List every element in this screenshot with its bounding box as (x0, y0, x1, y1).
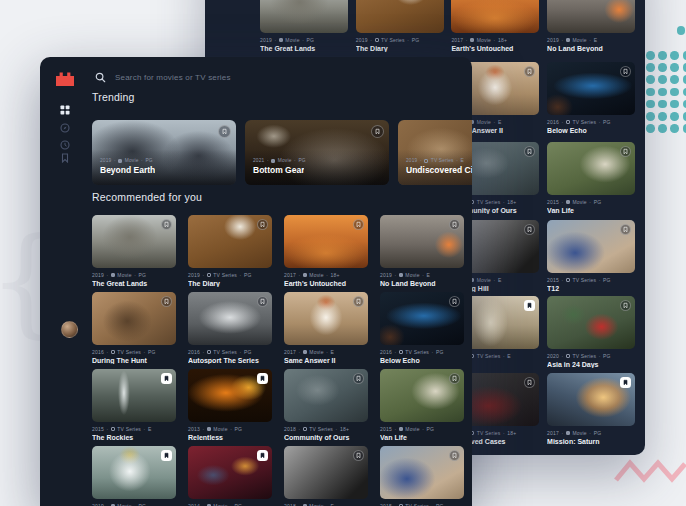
movie-title: No Land Beyond (547, 45, 635, 52)
movie-card[interactable]: 2016·TV Series·PG Below Echo (380, 292, 464, 364)
movie-thumbnail (380, 369, 464, 422)
decor-dot (683, 100, 686, 109)
movie-card[interactable]: 2015·TV Series·PG T12 (547, 220, 635, 292)
movie-card[interactable]: 2019·Movie·E No Land Beyond (547, 0, 635, 52)
decor-dot (646, 51, 655, 60)
decor-dot (683, 75, 686, 84)
movie-thumbnail (284, 446, 368, 499)
movie-thumbnail (92, 369, 176, 422)
user-avatar[interactable] (61, 321, 78, 338)
movie-thumbnail (188, 215, 272, 268)
decor-dot (683, 51, 686, 60)
movie-card[interactable]: 2015·Movie·PG Van Life (380, 369, 464, 441)
bookmark-icon[interactable] (161, 296, 172, 307)
movie-card[interactable]: 2015·Movie·PG Van Life (547, 142, 635, 214)
search-input[interactable]: Search for movies or TV series (95, 72, 231, 83)
movie-thumbnail (547, 62, 635, 115)
movie-card[interactable]: 2020·TV Series·PG Asia in 24 Days (547, 296, 635, 368)
bookmark-icon[interactable] (218, 125, 231, 138)
bookmark-icon[interactable] (353, 373, 364, 384)
bookmarks-icon[interactable] (60, 153, 70, 163)
history-icon[interactable] (60, 140, 70, 150)
bookmark-icon[interactable] (620, 224, 631, 235)
bookmark-icon[interactable] (620, 377, 631, 388)
kind-icon (207, 273, 211, 277)
bookmark-icon[interactable] (161, 373, 172, 384)
grid-menu-icon[interactable] (60, 105, 70, 115)
movie-meta: 2019·Movie·PG (100, 158, 153, 163)
movie-card[interactable]: 2017·Movie·E Same Answer II (284, 292, 368, 364)
bookmark-icon[interactable] (524, 66, 535, 77)
bookmark-icon[interactable] (524, 146, 535, 157)
movie-title: Beyond Earth (100, 165, 155, 175)
bookmark-icon[interactable] (449, 373, 460, 384)
decor-dot (646, 112, 655, 121)
search-placeholder: Search for movies or TV series (115, 73, 231, 82)
kind-icon (207, 427, 211, 431)
movie-meta: 2016·TV Series·PG (188, 349, 272, 355)
decor-dot (670, 63, 679, 72)
bookmark-icon[interactable] (524, 377, 535, 388)
movie-card[interactable]: 2015·TV Series·E The Rockies (92, 369, 176, 441)
movie-card[interactable]: 2017·Movie·PG Mission: Saturn (547, 373, 635, 445)
movie-meta: 2016·TV Series·PG (92, 349, 176, 355)
decor-dot (670, 100, 679, 109)
movie-card[interactable]: 2014·Movie·PG (188, 446, 272, 506)
bookmark-icon[interactable] (161, 450, 172, 461)
movie-card[interactable]: 2016·TV Series·PG Autosport The Series (188, 292, 272, 364)
movie-card[interactable]: 2021·Movie·PG Bottom Gear (245, 120, 389, 185)
bookmark-icon[interactable] (257, 296, 268, 307)
movie-card[interactable]: 2016·TV Series·PG During The Hunt (92, 292, 176, 364)
bookmark-icon[interactable] (371, 125, 384, 138)
movie-title: Relentless (188, 434, 272, 441)
movie-card[interactable]: 2019·Movie·PG The Great Lands (260, 0, 348, 52)
bookmark-icon[interactable] (161, 219, 172, 230)
movie-card[interactable]: 2013·Movie·PG Relentless (188, 369, 272, 441)
app-logo-icon[interactable] (55, 71, 75, 87)
movie-card[interactable]: 2015·TV Series·PG T12 (380, 446, 464, 506)
movie-card[interactable]: 2018·Movie·E Getting Hill (284, 446, 368, 506)
movie-card[interactable]: 2019·Movie·E No Land Beyond (380, 215, 464, 287)
bookmark-icon[interactable] (620, 146, 631, 157)
bookmark-icon[interactable] (524, 224, 535, 235)
movie-card[interactable]: 2016·TV Series·PG Below Echo (547, 62, 635, 134)
movie-thumbnail (547, 373, 635, 426)
movie-card[interactable]: 2019·Movie·PG The Great Lands (92, 215, 176, 287)
movie-card[interactable]: 2017·Movie·18+ Earth's Untouched (451, 0, 539, 52)
kind-icon (118, 159, 122, 163)
movie-card[interactable]: 2019·TV Series·E Undiscovered Cities (398, 120, 472, 185)
movie-thumbnail (284, 292, 368, 345)
bookmark-icon[interactable] (449, 219, 460, 230)
bookmark-icon[interactable] (524, 300, 535, 311)
movie-card[interactable]: 2019·Movie·PG Beyond Earth (92, 120, 236, 185)
bookmark-icon[interactable] (257, 450, 268, 461)
movie-thumbnail (547, 142, 635, 195)
bookmark-icon[interactable] (620, 300, 631, 311)
movie-meta: 2019·TV Series·PG (188, 272, 272, 278)
movie-card[interactable]: 2019·TV Series·PG The Diary (356, 0, 444, 52)
movie-card[interactable]: 2019·Movie·PG (92, 446, 176, 506)
kind-icon (566, 120, 570, 124)
decor-dot (646, 63, 655, 72)
bookmark-icon[interactable] (353, 296, 364, 307)
movie-title: Van Life (547, 207, 635, 214)
bookmark-icon[interactable] (449, 296, 460, 307)
movie-card[interactable]: 2019·TV Series·PG The Diary (188, 215, 272, 287)
movie-thumbnail (92, 215, 176, 268)
sidebar (40, 57, 90, 506)
movie-card[interactable]: 2017·Movie·18+ Earth's Untouched (284, 215, 368, 287)
kind-icon (111, 350, 115, 354)
bookmark-icon[interactable] (257, 373, 268, 384)
movie-meta: 2021·Movie·PG (253, 158, 306, 163)
bookmark-icon[interactable] (449, 450, 460, 461)
movie-card[interactable]: 2018·TV Series·18+ Community of Ours (284, 369, 368, 441)
bookmark-icon[interactable] (353, 219, 364, 230)
movie-title: Earth's Untouched (284, 280, 368, 287)
bookmark-icon[interactable] (620, 66, 631, 77)
decor-dot (683, 124, 686, 133)
kind-icon (470, 38, 474, 42)
bookmark-icon[interactable] (353, 450, 364, 461)
movie-thumbnail (245, 120, 389, 185)
discover-icon[interactable] (60, 123, 70, 133)
bookmark-icon[interactable] (257, 219, 268, 230)
